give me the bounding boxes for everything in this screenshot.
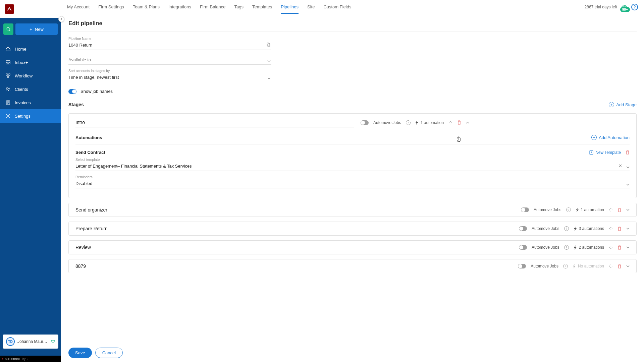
add-automation-button[interactable]: +Add Automation: [591, 135, 630, 140]
svg-line-1: [9, 30, 10, 31]
delete-stage-icon[interactable]: [618, 264, 622, 268]
automove-toggle[interactable]: [361, 120, 369, 125]
drag-handle-icon[interactable]: [609, 264, 613, 268]
stage-row: ReviewAutomove Jobs?2 automations: [69, 241, 636, 254]
sidebar: + New HomeInbox+WorkflowClientsInvoicesS…: [0, 0, 61, 362]
sidebar-item-clients[interactable]: Clients: [0, 82, 61, 96]
nav-icon: [5, 113, 11, 119]
copy-icon[interactable]: [267, 43, 271, 47]
tab-integrations[interactable]: Integrations: [168, 0, 191, 14]
tab-tags[interactable]: Tags: [234, 0, 244, 14]
bolt-icon: [415, 120, 419, 125]
nav-icon: [5, 73, 11, 78]
delete-stage-icon[interactable]: [618, 227, 622, 231]
show-job-names-toggle[interactable]: [68, 89, 76, 94]
nav-label: Home: [15, 47, 26, 52]
tab-firm-balance[interactable]: Firm Balance: [200, 0, 226, 14]
tab-pipelines[interactable]: Pipelines: [281, 0, 299, 14]
stage-name: Prepare Return: [75, 226, 512, 231]
drag-handle-icon[interactable]: [609, 208, 613, 212]
svg-rect-5: [7, 76, 9, 78]
bolt-icon: [573, 264, 576, 268]
save-button[interactable]: Save: [68, 348, 92, 358]
new-button-label: New: [35, 27, 44, 32]
automation-count: No automation: [573, 264, 604, 268]
expand-stage-icon[interactable]: [626, 265, 630, 267]
delete-automation-icon[interactable]: [626, 150, 630, 155]
automove-toggle[interactable]: [519, 226, 527, 231]
new-button[interactable]: + New: [15, 23, 58, 35]
app-logo[interactable]: [5, 4, 14, 14]
chevron-down-icon: [626, 184, 630, 186]
new-template-button[interactable]: New Template: [589, 150, 621, 155]
clear-template-icon[interactable]: ✕: [619, 163, 622, 168]
pipeline-name-label: Pipeline Name: [68, 37, 271, 41]
expand-stage-icon[interactable]: [626, 246, 630, 248]
expand-stage-icon[interactable]: [626, 209, 630, 211]
trial-text: 2867 trial days left: [585, 5, 617, 9]
sidebar-item-inbox-[interactable]: Inbox+: [0, 56, 61, 69]
collapse-sidebar-button[interactable]: [58, 16, 64, 22]
stage-card: Automove Jobs?1 automationAutomations+Ad…: [68, 113, 637, 198]
drag-handle-icon[interactable]: [609, 227, 613, 231]
stage-name-input[interactable]: [75, 118, 354, 127]
tab-my-account[interactable]: My Account: [67, 0, 90, 14]
logo-area: [0, 0, 61, 18]
info-icon[interactable]: ?: [564, 245, 569, 250]
stage-row: Prepare ReturnAutomove Jobs?3 automation…: [69, 222, 636, 235]
delete-stage-icon[interactable]: [457, 120, 461, 125]
tab-custom-fields[interactable]: Custom Fields: [323, 0, 351, 14]
nav-icon: [5, 60, 11, 65]
search-button[interactable]: [3, 23, 13, 35]
stage-row: 8879Automove Jobs?No automation: [69, 259, 636, 273]
tab-team-plans[interactable]: Team & Plans: [133, 0, 160, 14]
sort-label: Sort accounts in stages by: [68, 69, 271, 73]
gift-icon[interactable]: 99+: [621, 4, 627, 10]
drag-handle-icon[interactable]: [609, 245, 613, 249]
pipeline-name-input[interactable]: [68, 41, 271, 50]
automove-toggle[interactable]: [518, 264, 526, 268]
info-icon[interactable]: ?: [566, 207, 571, 212]
automove-label: Automove Jobs: [531, 264, 558, 268]
stage-name: Send organizer: [75, 207, 514, 213]
user-card[interactable]: TD Johanna Maureen B... 🛡: [3, 335, 58, 349]
info-icon[interactable]: ?: [406, 120, 411, 125]
sidebar-item-home[interactable]: Home: [0, 42, 61, 56]
automove-label: Automove Jobs: [534, 207, 561, 212]
automove-toggle[interactable]: [519, 245, 527, 250]
help-icon[interactable]: ?: [631, 4, 638, 10]
sidebar-item-invoices[interactable]: Invoices: [0, 96, 61, 109]
sort-select[interactable]: Time in stage, newest first: [68, 73, 271, 82]
stage-card: Prepare ReturnAutomove Jobs?3 automation…: [68, 222, 637, 236]
drag-handle-icon[interactable]: [448, 121, 452, 125]
stage-card: ReviewAutomove Jobs?2 automations: [68, 240, 637, 254]
reminders-select[interactable]: Disabled: [75, 180, 630, 188]
cancel-button[interactable]: Cancel: [95, 348, 123, 358]
automation-count: 1 automation: [415, 120, 444, 125]
tab-firm-settings[interactable]: Firm Settings: [98, 0, 124, 14]
automove-toggle[interactable]: [521, 207, 529, 212]
tab-templates[interactable]: Templates: [252, 0, 272, 14]
template-select[interactable]: Letter of Engagement– Financial Statemen…: [75, 162, 630, 171]
automation-count: 3 automations: [574, 226, 604, 231]
stage-name: 8879: [75, 263, 511, 269]
delete-stage-icon[interactable]: [618, 208, 622, 212]
available-to-select[interactable]: [68, 56, 271, 65]
info-icon[interactable]: ?: [563, 264, 568, 268]
sidebar-item-workflow[interactable]: Workflow: [0, 69, 61, 82]
expand-stage-icon[interactable]: [466, 122, 469, 124]
add-automation-label: Add Automation: [599, 135, 630, 140]
page-title: Edit pipeline: [68, 20, 637, 32]
add-stage-label: Add Stage: [616, 102, 637, 107]
sidebar-item-settings[interactable]: Settings: [0, 109, 61, 123]
plus-icon: +: [30, 27, 32, 32]
info-icon[interactable]: ?: [564, 226, 569, 231]
bolt-icon: [576, 208, 579, 212]
screenrec-bar: ● screenrec by ⬨: [0, 356, 61, 362]
tab-site[interactable]: Site: [307, 0, 315, 14]
automation-name: Send Contract: [75, 150, 105, 155]
expand-stage-icon[interactable]: [626, 228, 630, 230]
stages-title: Stages: [68, 102, 84, 107]
delete-stage-icon[interactable]: [618, 245, 622, 250]
add-stage-button[interactable]: + Add Stage: [609, 102, 637, 107]
